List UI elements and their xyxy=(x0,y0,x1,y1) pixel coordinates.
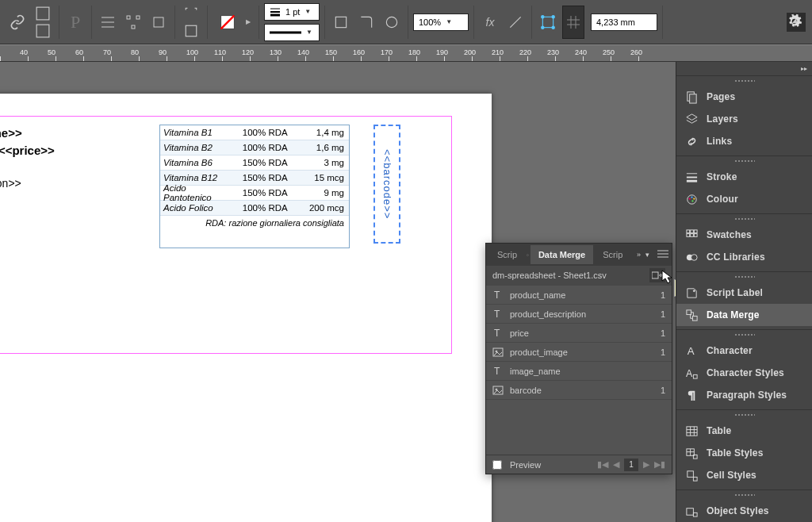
panel-item-character-styles[interactable]: A Character Styles xyxy=(676,362,812,384)
hash-icon[interactable] xyxy=(562,6,584,39)
ruler-tick: 90 xyxy=(159,48,167,56)
gear-icon[interactable] xyxy=(783,5,806,38)
gradient-square-2[interactable] xyxy=(32,23,54,39)
svg-point-20 xyxy=(542,15,544,17)
data-merge-field[interactable]: barcode 1 xyxy=(486,380,672,399)
gradient-square-1[interactable] xyxy=(32,6,54,21)
page-number-field[interactable]: 1 xyxy=(624,459,638,471)
panel-item-label: Script Label xyxy=(707,287,763,298)
panel-item-script-label[interactable]: Script Label xyxy=(676,282,812,304)
price-placeholder: <<price>> xyxy=(0,144,55,157)
field-name: price xyxy=(510,328,529,338)
line-icon[interactable] xyxy=(504,6,527,39)
ruler-tick: 110 xyxy=(214,48,226,56)
clip-icon-2[interactable] xyxy=(180,23,202,39)
cell-name: Vitamina B12 xyxy=(160,173,236,182)
panel-item-object-styles[interactable]: Object Styles xyxy=(676,500,812,522)
nutrition-table[interactable]: Vitamina B1 100% RDA 1,4 mgVitamina B2 1… xyxy=(159,125,350,248)
cap-icon-3[interactable] xyxy=(381,6,403,39)
table-row: Acido Pantotenico 150% RDA 9 mg xyxy=(160,186,349,201)
svg-text:A: A xyxy=(685,368,692,379)
transform-icon[interactable] xyxy=(537,6,559,39)
data-merge-field[interactable]: T image_name xyxy=(486,361,672,380)
panel-item-cell-styles[interactable]: Cell Styles xyxy=(676,464,812,486)
cell-rda: 100% RDA xyxy=(236,128,292,137)
svg-rect-63 xyxy=(686,309,691,314)
tabs-overflow-icon[interactable]: » xyxy=(637,251,641,259)
panel-item-swatches[interactable]: Swatches xyxy=(676,224,812,246)
data-merge-field[interactable]: T product_name 1 xyxy=(486,285,672,304)
panel-item-data-merge[interactable]: Data Merge xyxy=(676,304,812,326)
data-merge-field[interactable]: T product_description 1 xyxy=(486,304,672,323)
zoom-value: 100% xyxy=(419,17,441,27)
panel-item-colour[interactable]: Colour xyxy=(676,188,812,210)
fill-dropdown-arrow[interactable]: ▶ xyxy=(246,18,254,25)
first-page-icon[interactable]: ▮◀ xyxy=(597,459,608,470)
panel-item-cc-libraries[interactable]: CC Libraries xyxy=(676,246,812,268)
measurement-input[interactable]: 4,233 mm xyxy=(591,13,657,31)
panel-menu-icon[interactable] xyxy=(657,250,668,259)
distribute-icon[interactable] xyxy=(122,6,144,39)
clip-icon[interactable] xyxy=(180,6,202,21)
table-footer: RDA: razione giornaliera consigliata xyxy=(160,216,349,248)
align-icon-1[interactable] xyxy=(97,6,119,39)
svg-rect-78 xyxy=(693,477,697,481)
fx-icon[interactable]: fx xyxy=(479,6,501,39)
panel-item-stroke[interactable]: Stroke xyxy=(676,166,812,188)
image-field-icon xyxy=(492,385,504,396)
svg-line-18 xyxy=(510,17,520,27)
ruler-tick: 240 xyxy=(575,48,587,56)
horizontal-ruler[interactable]: 3040506070809010011012013014015016017018… xyxy=(0,44,812,62)
field-name: product_image xyxy=(510,347,568,357)
panel-item-table[interactable]: Table xyxy=(676,420,812,442)
last-page-icon[interactable]: ▶▮ xyxy=(654,459,665,470)
text-field-icon: T xyxy=(492,328,504,339)
swatches-icon xyxy=(684,228,699,242)
panel-item-label: CC Libraries xyxy=(707,251,765,263)
next-page-icon[interactable]: ▶ xyxy=(643,459,649,470)
stroke-weight-input[interactable]: 1 pt ▼ xyxy=(264,3,320,21)
ruler-tick: 120 xyxy=(242,48,254,56)
tab-chevron-icon[interactable]: ▾ xyxy=(645,251,649,259)
stroke-style-input[interactable]: ▼ xyxy=(264,24,320,41)
svg-rect-56 xyxy=(694,229,697,232)
measurement-value: 4,233 mm xyxy=(596,17,635,27)
panel-drag-handle[interactable] xyxy=(676,330,812,340)
data-merge-field[interactable]: product_image 1 xyxy=(486,342,672,361)
panel-item-table-styles[interactable]: Table Styles xyxy=(676,442,812,464)
cap-icon-1[interactable] xyxy=(330,6,352,39)
prev-page-icon[interactable]: ◀ xyxy=(613,459,619,470)
panel-drag-handle[interactable] xyxy=(676,490,812,500)
panel-item-pages[interactable]: Pages xyxy=(676,86,812,108)
preview-checkbox[interactable] xyxy=(492,460,502,470)
panel-item-layers[interactable]: Layers xyxy=(676,108,812,130)
fill-none-icon[interactable] xyxy=(213,6,243,39)
align-icon-3[interactable] xyxy=(147,6,170,39)
panel-item-paragraph-styles[interactable]: Paragraph Styles xyxy=(676,384,812,406)
table-icon xyxy=(684,424,699,438)
document-canvas[interactable]: duct_name>> onsigliato: <<price>> t_desc… xyxy=(0,62,676,522)
barcode-frame[interactable]: <<barcode>> xyxy=(373,125,400,244)
script-label-icon xyxy=(684,286,699,300)
stroke-icon xyxy=(684,170,699,184)
char-placeholder-icon[interactable]: P xyxy=(64,6,86,39)
panel-item-label: Layers xyxy=(707,113,738,125)
data-merge-field[interactable]: T price 1 xyxy=(486,323,672,342)
panel-drag-handle[interactable] xyxy=(676,156,812,166)
panel-drag-handle[interactable] xyxy=(676,410,812,420)
tab-data-merge[interactable]: Data Merge xyxy=(530,245,593,264)
tab-script-left[interactable]: Scrip xyxy=(489,245,525,264)
panel-drag-handle[interactable] xyxy=(676,76,812,86)
zoom-input[interactable]: 100% ▼ xyxy=(413,13,469,31)
panel-drag-handle[interactable] xyxy=(676,272,812,282)
panel-item-links[interactable]: Links xyxy=(676,130,812,152)
text-frame-product[interactable]: duct_name>> onsigliato: <<price>> t_desc… xyxy=(0,125,136,192)
tab-script-right[interactable]: Scrip xyxy=(595,245,630,264)
panel-item-character[interactable]: A Character xyxy=(676,340,812,362)
svg-text:T: T xyxy=(494,309,500,320)
cap-icon-2[interactable] xyxy=(355,6,377,39)
chain-icon[interactable] xyxy=(6,6,29,39)
data-merge-icon xyxy=(684,308,699,322)
rail-collapse-icon[interactable]: ▸▸ xyxy=(801,65,807,72)
panel-drag-handle[interactable] xyxy=(676,214,812,224)
